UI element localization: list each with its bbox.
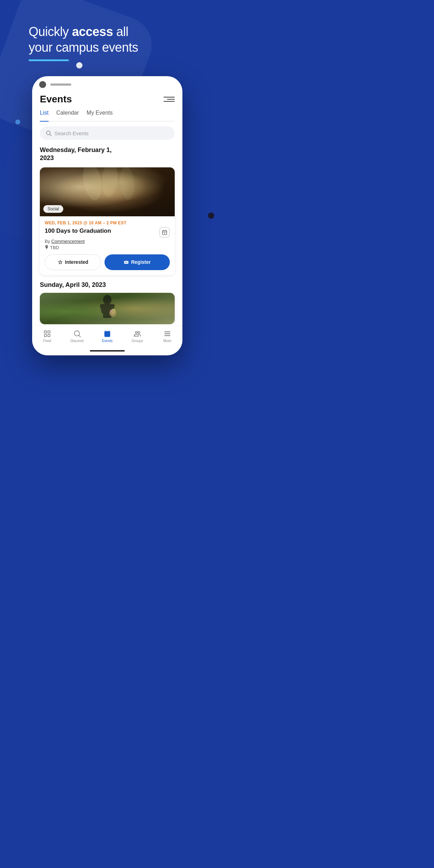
svg-rect-23 bbox=[48, 334, 50, 337]
search-bar[interactable]: Search Events bbox=[40, 126, 175, 140]
svg-line-25 bbox=[79, 335, 80, 337]
interested-label: Interested bbox=[65, 259, 88, 265]
svg-rect-5 bbox=[162, 230, 167, 234]
phone-mockup: Events List Calendar My Events Search Ev… bbox=[32, 76, 182, 355]
event-date-time: WED, FEB 1, 2023 @ 10 AM – 2 PM EST bbox=[45, 220, 170, 225]
svg-rect-28 bbox=[106, 331, 106, 332]
groups-icon bbox=[133, 330, 142, 338]
nav-item-groups[interactable]: Groups bbox=[122, 330, 152, 343]
svg-point-19 bbox=[112, 309, 114, 311]
filter-button[interactable] bbox=[164, 94, 175, 105]
search-icon bbox=[45, 130, 52, 136]
hero-line2: your campus events bbox=[29, 40, 138, 55]
phone-bottom-bar bbox=[32, 348, 182, 355]
event-location: TBD bbox=[45, 245, 170, 250]
svg-point-2 bbox=[80, 167, 104, 202]
svg-rect-21 bbox=[48, 331, 50, 333]
app-header: Events bbox=[40, 91, 175, 110]
phone-topbar bbox=[32, 76, 182, 91]
hero-underline bbox=[29, 59, 69, 61]
svg-point-4 bbox=[119, 167, 136, 201]
register-icon: 🎟 bbox=[124, 259, 129, 265]
register-label: Register bbox=[131, 259, 151, 265]
register-button[interactable]: 🎟 Register bbox=[104, 254, 170, 270]
tab-calendar[interactable]: Calendar bbox=[56, 110, 79, 117]
app-content: Events List Calendar My Events Search Ev… bbox=[32, 91, 182, 324]
event-card-2 bbox=[40, 293, 175, 324]
nav-item-discover[interactable]: Discover bbox=[62, 330, 92, 343]
filter-line-3 bbox=[164, 101, 175, 102]
svg-point-29 bbox=[136, 331, 138, 333]
svg-rect-22 bbox=[44, 334, 46, 337]
filter-line-2 bbox=[167, 99, 175, 100]
bg-dot-2 bbox=[15, 120, 20, 124]
home-indicator bbox=[90, 350, 125, 352]
organizer-link[interactable]: Commencement bbox=[51, 239, 85, 244]
more-icon bbox=[163, 330, 172, 338]
bottom-nav: Feed Discover Events bbox=[32, 326, 182, 348]
phone-camera bbox=[39, 81, 46, 88]
hero-line1: Quickly access all bbox=[29, 24, 128, 39]
date-heading-1: Wednesday, February 1,2023 bbox=[40, 146, 175, 162]
svg-rect-27 bbox=[109, 331, 109, 332]
svg-point-3 bbox=[101, 167, 119, 198]
filter-line-1 bbox=[164, 97, 175, 97]
nav-label-feed: Feed bbox=[43, 339, 51, 343]
location-pin-icon bbox=[45, 245, 49, 250]
nav-item-events[interactable]: Events bbox=[92, 330, 122, 343]
hero-section: Quickly access all your campus events bbox=[29, 24, 138, 61]
event-card-1: Social WED, FEB 1, 2023 @ 10 AM – 2 PM E… bbox=[40, 167, 175, 275]
location-text: TBD bbox=[50, 245, 59, 250]
nav-label-groups: Groups bbox=[132, 339, 143, 343]
bg-dot-3 bbox=[208, 212, 214, 219]
star-icon: ☆ bbox=[58, 259, 63, 266]
nav-label-more: More bbox=[164, 339, 172, 343]
event-info-1: WED, FEB 1, 2023 @ 10 AM – 2 PM EST 100 … bbox=[40, 216, 175, 275]
search-placeholder: Search Events bbox=[55, 130, 89, 136]
bg-dot-1 bbox=[76, 62, 82, 68]
svg-point-30 bbox=[138, 331, 140, 333]
nav-item-feed[interactable]: Feed bbox=[32, 330, 62, 343]
events-icon bbox=[103, 330, 111, 338]
nav-label-discover: Discover bbox=[71, 339, 84, 343]
svg-point-11 bbox=[103, 295, 111, 305]
feed-icon bbox=[43, 330, 51, 338]
person-silhouette bbox=[93, 293, 121, 324]
svg-rect-20 bbox=[44, 331, 46, 333]
date-heading-2: Sunday, April 30, 2023 bbox=[40, 281, 175, 289]
interested-button[interactable]: ☆ Interested bbox=[45, 254, 101, 270]
svg-rect-26 bbox=[104, 331, 110, 337]
tab-my-events[interactable]: My Events bbox=[87, 110, 113, 117]
nav-label-events: Events bbox=[102, 339, 113, 343]
nav-item-more[interactable]: More bbox=[152, 330, 182, 343]
phone-speaker bbox=[50, 84, 71, 86]
social-badge: Social bbox=[43, 205, 63, 213]
tab-list[interactable]: List bbox=[40, 110, 49, 122]
event-organizer: By Commencement bbox=[45, 239, 170, 244]
discover-icon bbox=[73, 330, 81, 338]
app-title: Events bbox=[40, 94, 72, 105]
event-name-row: 100 Days to Graduation bbox=[45, 227, 170, 238]
calendar-add-icon bbox=[162, 230, 167, 235]
add-to-calendar-button[interactable] bbox=[159, 227, 170, 238]
tab-bar: List Calendar My Events bbox=[40, 110, 175, 122]
svg-line-1 bbox=[50, 134, 51, 136]
event-name: 100 Days to Graduation bbox=[45, 227, 157, 235]
event-actions: ☆ Interested 🎟 Register bbox=[45, 254, 170, 270]
event-image-2 bbox=[40, 293, 175, 324]
event-image-1: Social bbox=[40, 167, 175, 216]
